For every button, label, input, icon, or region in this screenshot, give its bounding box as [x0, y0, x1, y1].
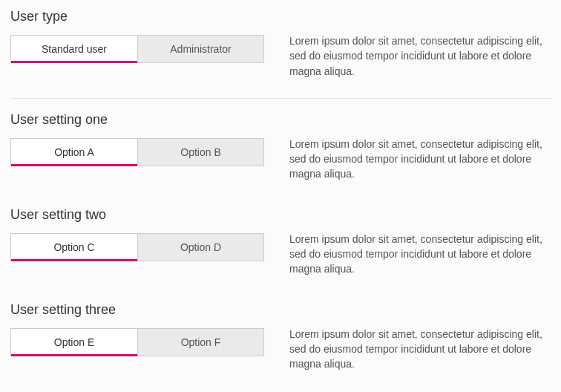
section-user-type: User type Standard user Administrator Lo… [10, 9, 551, 79]
desc-user-type: Lorem ipsum dolor sit amet, consectetur … [289, 33, 551, 79]
toggle-setting-three: Option E Option F [10, 328, 264, 356]
desc-setting-two: Lorem ipsum dolor sit amet, consectetur … [289, 232, 551, 277]
toggle-user-type: Standard user Administrator [10, 35, 264, 63]
row-setting-one: Option A Option B Lorem ipsum dolor sit … [10, 138, 551, 182]
toggle-setting-one: Option A Option B [10, 138, 264, 166]
heading-user-type: User type [10, 9, 551, 24]
desc-setting-three: Lorem ipsum dolor sit amet, consectetur … [289, 327, 551, 372]
toggle-setting-one-option-b[interactable]: Option B [137, 139, 263, 166]
section-divider [10, 98, 551, 99]
setting-two: User setting two Option C Option D Lorem… [10, 207, 551, 277]
row-setting-three: Option E Option F Lorem ipsum dolor sit … [10, 328, 551, 372]
toggle-setting-three-option-f[interactable]: Option F [137, 329, 263, 356]
desc-setting-one: Lorem ipsum dolor sit amet, consectetur … [289, 137, 551, 182]
toggle-setting-two-option-d[interactable]: Option D [137, 234, 263, 261]
toggle-setting-three-option-e[interactable]: Option E [11, 329, 137, 356]
toggle-user-type-administrator[interactable]: Administrator [137, 36, 263, 62]
heading-setting-one: User setting one [10, 112, 551, 128]
setting-one: User setting one Option A Option B Lorem… [10, 112, 551, 182]
toggle-setting-two-option-c[interactable]: Option C [11, 234, 137, 261]
section-user-settings: User setting one Option A Option B Lorem… [10, 112, 551, 372]
toggle-user-type-standard[interactable]: Standard user [11, 36, 137, 62]
toggle-setting-two: Option C Option D [10, 233, 264, 261]
toggle-setting-one-option-a[interactable]: Option A [11, 139, 137, 166]
row-user-type: Standard user Administrator Lorem ipsum … [10, 35, 551, 79]
heading-setting-two: User setting two [10, 207, 551, 223]
setting-user-type: User type Standard user Administrator Lo… [10, 9, 551, 79]
setting-three: User setting three Option E Option F Lor… [10, 302, 551, 372]
heading-setting-three: User setting three [10, 302, 551, 318]
row-setting-two: Option C Option D Lorem ipsum dolor sit … [10, 233, 551, 277]
